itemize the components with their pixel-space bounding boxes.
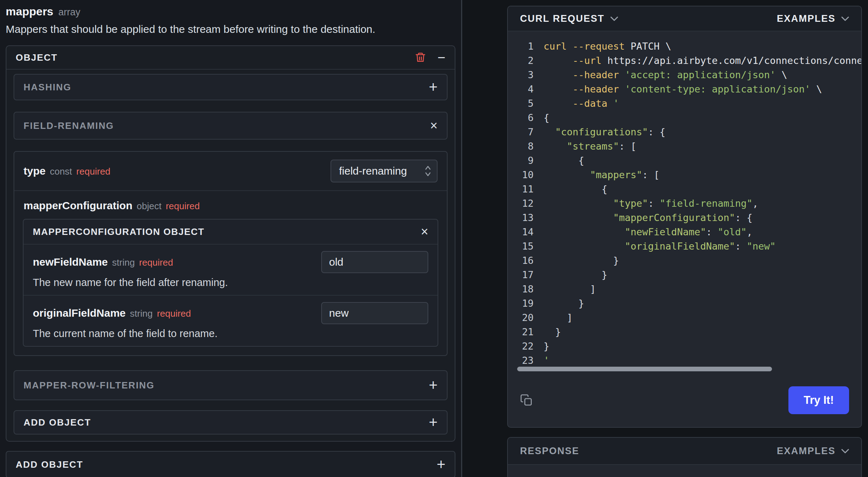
curl-request-panel: CURL REQUEST EXAMPLES 1curl --request PA… [507, 6, 862, 428]
object-panel-title: OBJECT [16, 52, 57, 63]
code-line: 7 "configurations": { [517, 125, 861, 139]
add-object-inner-label: ADD OBJECT [24, 417, 91, 428]
code-lines: 1curl --request PATCH \2 --url https://a… [517, 39, 861, 368]
code-footer: Try It! [508, 373, 861, 427]
newfieldname-input[interactable] [321, 251, 428, 273]
collapse-icon[interactable]: − [438, 51, 445, 64]
mapper-configuration-name: mapperConfiguration [24, 200, 132, 212]
section-field-renaming-label: FIELD-RENAMING [24, 120, 114, 131]
section-mapper-row-filtering-label: MAPPER-ROW-FILTERING [24, 380, 155, 391]
type-field-required-badge: required [76, 166, 110, 177]
line-number: 5 [517, 96, 534, 111]
curl-request-title: CURL REQUEST [520, 13, 605, 24]
object-panel-header: OBJECT − [6, 46, 455, 70]
field-required-badge: required [157, 308, 191, 319]
section-field-renaming[interactable]: FIELD-RENAMING × [14, 112, 448, 140]
code-line: 18 ] [517, 282, 861, 296]
object-panel-body: HASHING + FIELD-RENAMING × type const re… [6, 70, 455, 441]
type-field-meta: const [50, 166, 72, 177]
response-header: RESPONSE EXAMPLES [508, 438, 861, 465]
field-meta: string [130, 308, 153, 319]
code-line: 16 } [517, 253, 861, 268]
horizontal-scrollbar[interactable] [517, 367, 772, 371]
close-icon[interactable]: × [421, 225, 428, 238]
field-description: The new name for the field after renamin… [33, 277, 428, 288]
line-number: 18 [517, 282, 534, 296]
curl-request-dropdown[interactable]: CURL REQUEST [520, 13, 618, 24]
field-name: newFieldName [33, 256, 108, 268]
add-object-label: ADD OBJECT [16, 459, 83, 470]
property-type: array [58, 7, 80, 18]
code-line: 8 "streams": [ [517, 139, 861, 154]
line-number: 23 [517, 353, 534, 368]
code-line: 9 { [517, 154, 861, 168]
mapper-configuration-required-badge: required [166, 201, 200, 212]
type-select[interactable]: field-renaming [330, 160, 438, 182]
type-field-row: type const required field-renaming [14, 152, 447, 190]
code-line: 5 --data ' [517, 96, 861, 111]
property-description: Mappers that should be applied to the st… [6, 23, 455, 35]
add-object-button[interactable]: ADD OBJECT + [6, 451, 455, 477]
code-line: 6{ [517, 111, 861, 125]
examples-dropdown[interactable]: EXAMPLES [777, 13, 849, 24]
originalfieldname-input[interactable] [321, 302, 428, 324]
trash-icon[interactable] [415, 52, 426, 63]
line-number: 22 [517, 339, 534, 353]
chevron-down-icon [841, 449, 849, 453]
add-icon[interactable]: + [429, 415, 438, 430]
line-number: 16 [517, 253, 534, 268]
add-object-inner-button[interactable]: ADD OBJECT + [14, 410, 448, 435]
line-number: 4 [517, 82, 534, 96]
line-number: 12 [517, 196, 534, 211]
code-line: 11 { [517, 182, 861, 196]
field-renaming-card: type const required field-renaming mappe… [14, 151, 448, 356]
select-spinner-icon [425, 165, 431, 177]
copy-icon [520, 394, 533, 407]
mapper-configuration-label-row: mapperConfiguration object required [14, 191, 447, 219]
code-line: 20 ] [517, 311, 861, 325]
mapper-configuration-panel: MAPPERCONFIGURATION OBJECT × newFieldNam… [23, 219, 438, 347]
type-field-name: type [24, 165, 46, 177]
property-name: mappers [6, 5, 53, 18]
field-description: The current name of the field to rename. [33, 328, 428, 340]
line-number: 17 [517, 268, 534, 282]
code-line: 2 --url https://api.airbyte.com/v1/conne… [517, 54, 861, 68]
mapper-configuration-meta: object [137, 201, 161, 212]
line-number: 10 [517, 168, 534, 182]
line-number: 21 [517, 325, 534, 339]
line-number: 20 [517, 311, 534, 325]
line-number: 1 [517, 39, 534, 54]
code-line: 21 } [517, 325, 861, 339]
code-line: 22} [517, 339, 861, 353]
mapper-configuration-panel-title: MAPPERCONFIGURATION OBJECT [33, 226, 205, 237]
property-header: mappers array [6, 5, 455, 18]
line-number: 13 [517, 211, 534, 225]
line-number: 15 [517, 239, 534, 253]
code-line: 15 "originalFieldName": "new" [517, 239, 861, 253]
examples-label: EXAMPLES [777, 13, 836, 24]
code-line: 1curl --request PATCH \ [517, 39, 861, 54]
curl-request-header: CURL REQUEST EXAMPLES [508, 6, 861, 31]
line-number: 19 [517, 296, 534, 311]
add-icon[interactable]: + [429, 80, 438, 95]
response-examples-dropdown[interactable]: EXAMPLES [777, 446, 849, 457]
mapper-configuration-panel-header: MAPPERCONFIGURATION OBJECT × [24, 220, 438, 245]
object-panel: OBJECT − HASHING + FIELD-RENAMING × [6, 45, 455, 442]
section-mapper-row-filtering[interactable]: MAPPER-ROW-FILTERING + [14, 370, 448, 400]
response-panel: RESPONSE EXAMPLES [507, 437, 862, 477]
close-icon[interactable]: × [430, 119, 438, 132]
try-it-button[interactable]: Try It! [788, 386, 849, 414]
code-line: 23' [517, 353, 861, 368]
copy-button[interactable] [520, 394, 533, 407]
code-line: 12 "type": "field-renaming", [517, 196, 861, 211]
line-number: 7 [517, 125, 534, 139]
add-icon[interactable]: + [429, 378, 438, 393]
code-column: CURL REQUEST EXAMPLES 1curl --request PA… [462, 0, 868, 477]
add-icon[interactable]: + [436, 457, 445, 472]
line-number: 8 [517, 139, 534, 154]
field-meta: string [112, 257, 135, 268]
section-hashing[interactable]: HASHING + [14, 74, 448, 100]
type-select-value: field-renaming [339, 165, 407, 177]
code-line: 3 --header 'accept: application/json' \ [517, 68, 861, 82]
field-required-badge: required [139, 257, 173, 268]
